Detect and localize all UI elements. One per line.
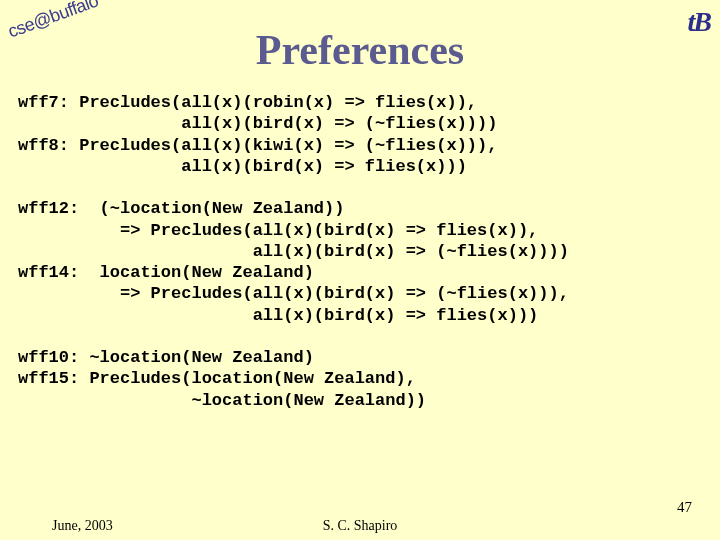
slide-body: wff7: Precludes(all(x)(robin(x) => flies… [18,92,702,411]
slide-title: Preferences [0,26,720,74]
code-block-2: wff12: (~location(New Zealand)) => Precl… [18,199,569,324]
slide: cse@buffalo tB Preferences wff7: Preclud… [0,0,720,540]
code-block-1: wff7: Precludes(all(x)(robin(x) => flies… [18,93,497,176]
footer-page-number: 47 [677,499,692,516]
footer-author: S. C. Shapiro [0,518,720,534]
code-block-3: wff10: ~location(New Zealand) wff15: Pre… [18,348,426,410]
slide-footer: June, 2003 S. C. Shapiro 47 [0,510,720,534]
